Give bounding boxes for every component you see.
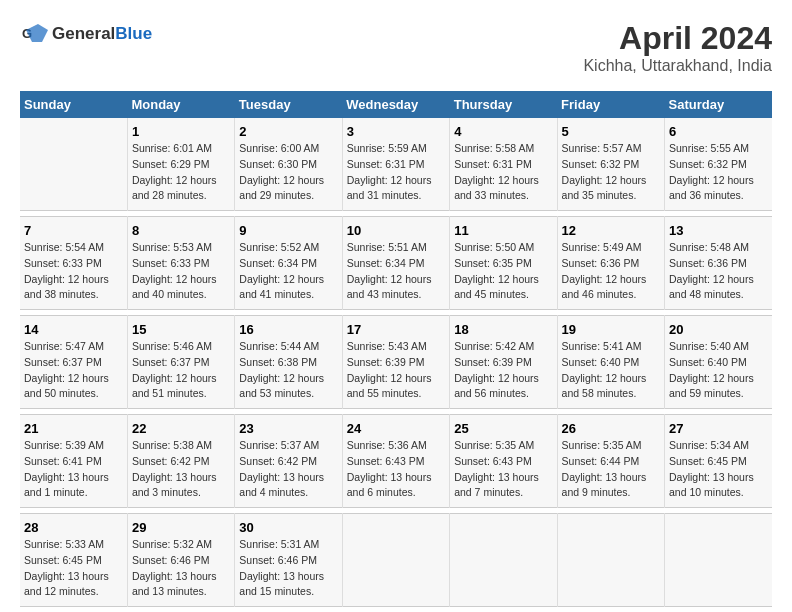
day-info: Sunrise: 5:36 AM Sunset: 6:43 PM Dayligh… bbox=[347, 438, 445, 501]
day-info: Sunrise: 5:39 AM Sunset: 6:41 PM Dayligh… bbox=[24, 438, 123, 501]
day-number: 11 bbox=[454, 223, 552, 238]
logo-general-text: General bbox=[52, 24, 115, 43]
calendar-cell: 13Sunrise: 5:48 AM Sunset: 6:36 PM Dayli… bbox=[665, 217, 772, 310]
day-number: 3 bbox=[347, 124, 445, 139]
calendar-cell: 18Sunrise: 5:42 AM Sunset: 6:39 PM Dayli… bbox=[450, 316, 557, 409]
day-number: 12 bbox=[562, 223, 660, 238]
calendar-cell: 29Sunrise: 5:32 AM Sunset: 6:46 PM Dayli… bbox=[127, 514, 234, 607]
calendar-cell: 2Sunrise: 6:00 AM Sunset: 6:30 PM Daylig… bbox=[235, 118, 342, 211]
day-info: Sunrise: 5:49 AM Sunset: 6:36 PM Dayligh… bbox=[562, 240, 660, 303]
day-info: Sunrise: 5:41 AM Sunset: 6:40 PM Dayligh… bbox=[562, 339, 660, 402]
day-info: Sunrise: 6:00 AM Sunset: 6:30 PM Dayligh… bbox=[239, 141, 337, 204]
calendar-cell bbox=[342, 514, 449, 607]
day-info: Sunrise: 5:34 AM Sunset: 6:45 PM Dayligh… bbox=[669, 438, 768, 501]
calendar-cell: 9Sunrise: 5:52 AM Sunset: 6:34 PM Daylig… bbox=[235, 217, 342, 310]
day-number: 8 bbox=[132, 223, 230, 238]
day-info: Sunrise: 5:35 AM Sunset: 6:44 PM Dayligh… bbox=[562, 438, 660, 501]
day-info: Sunrise: 5:35 AM Sunset: 6:43 PM Dayligh… bbox=[454, 438, 552, 501]
day-info: Sunrise: 5:43 AM Sunset: 6:39 PM Dayligh… bbox=[347, 339, 445, 402]
calendar-cell: 30Sunrise: 5:31 AM Sunset: 6:46 PM Dayli… bbox=[235, 514, 342, 607]
calendar-cell: 14Sunrise: 5:47 AM Sunset: 6:37 PM Dayli… bbox=[20, 316, 127, 409]
column-header-friday: Friday bbox=[557, 91, 664, 118]
logo: G GeneralBlue bbox=[20, 20, 152, 48]
day-number: 22 bbox=[132, 421, 230, 436]
day-number: 24 bbox=[347, 421, 445, 436]
logo-blue-text: Blue bbox=[115, 24, 152, 43]
calendar-cell: 23Sunrise: 5:37 AM Sunset: 6:42 PM Dayli… bbox=[235, 415, 342, 508]
calendar-week-row: 7Sunrise: 5:54 AM Sunset: 6:33 PM Daylig… bbox=[20, 217, 772, 310]
generalblue-logo-icon: G bbox=[20, 20, 48, 48]
day-info: Sunrise: 5:44 AM Sunset: 6:38 PM Dayligh… bbox=[239, 339, 337, 402]
calendar-cell: 5Sunrise: 5:57 AM Sunset: 6:32 PM Daylig… bbox=[557, 118, 664, 211]
calendar-week-row: 28Sunrise: 5:33 AM Sunset: 6:45 PM Dayli… bbox=[20, 514, 772, 607]
day-info: Sunrise: 5:51 AM Sunset: 6:34 PM Dayligh… bbox=[347, 240, 445, 303]
calendar-cell: 7Sunrise: 5:54 AM Sunset: 6:33 PM Daylig… bbox=[20, 217, 127, 310]
calendar-week-row: 21Sunrise: 5:39 AM Sunset: 6:41 PM Dayli… bbox=[20, 415, 772, 508]
day-number: 29 bbox=[132, 520, 230, 535]
day-number: 16 bbox=[239, 322, 337, 337]
day-info: Sunrise: 5:31 AM Sunset: 6:46 PM Dayligh… bbox=[239, 537, 337, 600]
day-number: 30 bbox=[239, 520, 337, 535]
day-number: 19 bbox=[562, 322, 660, 337]
day-number: 7 bbox=[24, 223, 123, 238]
calendar-cell: 8Sunrise: 5:53 AM Sunset: 6:33 PM Daylig… bbox=[127, 217, 234, 310]
day-number: 17 bbox=[347, 322, 445, 337]
day-number: 14 bbox=[24, 322, 123, 337]
day-info: Sunrise: 5:40 AM Sunset: 6:40 PM Dayligh… bbox=[669, 339, 768, 402]
calendar-cell: 11Sunrise: 5:50 AM Sunset: 6:35 PM Dayli… bbox=[450, 217, 557, 310]
day-number: 6 bbox=[669, 124, 768, 139]
day-number: 27 bbox=[669, 421, 768, 436]
day-info: Sunrise: 5:48 AM Sunset: 6:36 PM Dayligh… bbox=[669, 240, 768, 303]
calendar-cell: 22Sunrise: 5:38 AM Sunset: 6:42 PM Dayli… bbox=[127, 415, 234, 508]
day-info: Sunrise: 5:54 AM Sunset: 6:33 PM Dayligh… bbox=[24, 240, 123, 303]
calendar-cell: 4Sunrise: 5:58 AM Sunset: 6:31 PM Daylig… bbox=[450, 118, 557, 211]
calendar-cell: 16Sunrise: 5:44 AM Sunset: 6:38 PM Dayli… bbox=[235, 316, 342, 409]
calendar-header-row: SundayMondayTuesdayWednesdayThursdayFrid… bbox=[20, 91, 772, 118]
subtitle: Kichha, Uttarakhand, India bbox=[583, 57, 772, 75]
page-header: G GeneralBlue April 2024 Kichha, Uttarak… bbox=[20, 20, 772, 75]
calendar-cell: 26Sunrise: 5:35 AM Sunset: 6:44 PM Dayli… bbox=[557, 415, 664, 508]
calendar-cell: 21Sunrise: 5:39 AM Sunset: 6:41 PM Dayli… bbox=[20, 415, 127, 508]
day-info: Sunrise: 5:57 AM Sunset: 6:32 PM Dayligh… bbox=[562, 141, 660, 204]
calendar-cell: 12Sunrise: 5:49 AM Sunset: 6:36 PM Dayli… bbox=[557, 217, 664, 310]
day-number: 1 bbox=[132, 124, 230, 139]
day-info: Sunrise: 5:33 AM Sunset: 6:45 PM Dayligh… bbox=[24, 537, 123, 600]
day-info: Sunrise: 5:59 AM Sunset: 6:31 PM Dayligh… bbox=[347, 141, 445, 204]
calendar-week-row: 14Sunrise: 5:47 AM Sunset: 6:37 PM Dayli… bbox=[20, 316, 772, 409]
day-number: 2 bbox=[239, 124, 337, 139]
day-number: 20 bbox=[669, 322, 768, 337]
column-header-tuesday: Tuesday bbox=[235, 91, 342, 118]
day-number: 4 bbox=[454, 124, 552, 139]
day-info: Sunrise: 5:42 AM Sunset: 6:39 PM Dayligh… bbox=[454, 339, 552, 402]
column-header-saturday: Saturday bbox=[665, 91, 772, 118]
calendar-table: SundayMondayTuesdayWednesdayThursdayFrid… bbox=[20, 91, 772, 607]
day-number: 13 bbox=[669, 223, 768, 238]
column-header-thursday: Thursday bbox=[450, 91, 557, 118]
calendar-week-row: 1Sunrise: 6:01 AM Sunset: 6:29 PM Daylig… bbox=[20, 118, 772, 211]
calendar-cell bbox=[665, 514, 772, 607]
day-info: Sunrise: 6:01 AM Sunset: 6:29 PM Dayligh… bbox=[132, 141, 230, 204]
day-number: 25 bbox=[454, 421, 552, 436]
day-info: Sunrise: 5:52 AM Sunset: 6:34 PM Dayligh… bbox=[239, 240, 337, 303]
calendar-cell: 24Sunrise: 5:36 AM Sunset: 6:43 PM Dayli… bbox=[342, 415, 449, 508]
day-info: Sunrise: 5:47 AM Sunset: 6:37 PM Dayligh… bbox=[24, 339, 123, 402]
column-header-monday: Monday bbox=[127, 91, 234, 118]
calendar-cell: 6Sunrise: 5:55 AM Sunset: 6:32 PM Daylig… bbox=[665, 118, 772, 211]
day-info: Sunrise: 5:32 AM Sunset: 6:46 PM Dayligh… bbox=[132, 537, 230, 600]
title-area: April 2024 Kichha, Uttarakhand, India bbox=[583, 20, 772, 75]
column-header-sunday: Sunday bbox=[20, 91, 127, 118]
day-info: Sunrise: 5:53 AM Sunset: 6:33 PM Dayligh… bbox=[132, 240, 230, 303]
day-number: 23 bbox=[239, 421, 337, 436]
calendar-cell bbox=[20, 118, 127, 211]
day-number: 10 bbox=[347, 223, 445, 238]
calendar-cell: 28Sunrise: 5:33 AM Sunset: 6:45 PM Dayli… bbox=[20, 514, 127, 607]
day-number: 5 bbox=[562, 124, 660, 139]
main-title: April 2024 bbox=[583, 20, 772, 57]
calendar-cell: 27Sunrise: 5:34 AM Sunset: 6:45 PM Dayli… bbox=[665, 415, 772, 508]
day-number: 28 bbox=[24, 520, 123, 535]
day-info: Sunrise: 5:46 AM Sunset: 6:37 PM Dayligh… bbox=[132, 339, 230, 402]
day-number: 26 bbox=[562, 421, 660, 436]
day-number: 18 bbox=[454, 322, 552, 337]
day-number: 9 bbox=[239, 223, 337, 238]
day-info: Sunrise: 5:50 AM Sunset: 6:35 PM Dayligh… bbox=[454, 240, 552, 303]
